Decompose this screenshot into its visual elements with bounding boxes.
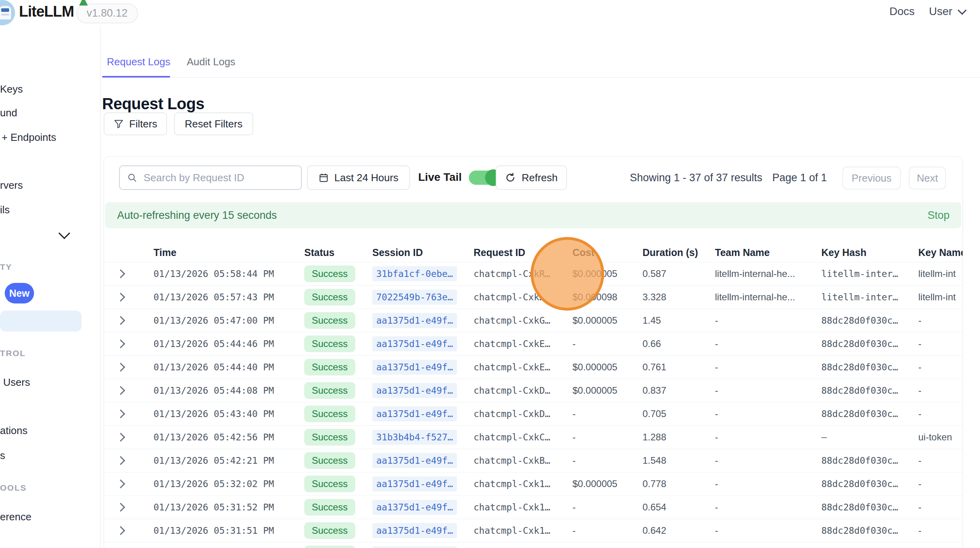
team-name-cell: -	[715, 356, 718, 379]
time-range-button[interactable]: Last 24 Hours	[307, 165, 410, 190]
sidebar-collapse-chevron-icon[interactable]	[59, 228, 70, 239]
sidebar-item-endpoints[interactable]: + Endpoints	[2, 131, 56, 144]
brand-title: LiteLLM	[19, 3, 74, 20]
time-cell: 01/13/2026 05:31:52 PM	[154, 496, 274, 519]
next-page-button[interactable]: Next	[909, 167, 946, 190]
key-name-cell: -	[918, 379, 921, 402]
tab-audit-logs[interactable]: Audit Logs	[187, 56, 235, 68]
new-badge: New	[5, 283, 34, 303]
filters-button[interactable]: Filters	[104, 112, 167, 135]
sidebar-item-guardrails[interactable]: ils	[0, 204, 10, 216]
tab-request-logs[interactable]: Request Logs	[107, 56, 170, 68]
expand-row-button[interactable]	[118, 496, 129, 519]
page-indicator: Page 1 of 1	[772, 172, 827, 184]
table-row: 01/13/2026 05:42:21 PM Success aa1375d1-…	[104, 449, 963, 472]
request-id-cell: chatcmpl-CxkE…	[474, 356, 550, 379]
docs-link[interactable]: Docs	[889, 5, 915, 18]
session-id-link[interactable]: aa1375d1-e49f…	[372, 546, 457, 548]
expand-row-button[interactable]	[118, 309, 129, 332]
page-title: Request Logs	[102, 95, 204, 113]
expand-row-button[interactable]	[118, 262, 129, 285]
session-id-link[interactable]: 31bfa1cf-0ebe…	[372, 266, 457, 281]
chevron-right-icon	[116, 293, 125, 302]
table-row: 01/13/2026 05:58:44 PM Success 31bfa1cf-…	[104, 262, 963, 285]
calendar-icon	[318, 173, 329, 183]
status-cell: Success	[304, 262, 355, 285]
search-box[interactable]	[119, 165, 302, 190]
session-id-cell[interactable]: 7022549b-763e…	[372, 286, 457, 309]
session-id-cell[interactable]: 31b3b4b4-f527…	[372, 426, 457, 449]
sidebar-item-reference[interactable]: erence	[0, 511, 32, 523]
col-session-id: Session ID	[372, 243, 423, 262]
session-id-cell[interactable]: aa1375d1-e49f…	[372, 542, 457, 548]
sidebar: Keys und + Endpoints rvers ils TY New TR…	[0, 25, 100, 548]
key-hash-cell: 88dc28d0f030c…	[821, 542, 898, 548]
session-id-link[interactable]: 7022549b-763e…	[372, 290, 457, 305]
refresh-button[interactable]: Refresh	[496, 165, 567, 190]
table-row: 01/13/2026 05:47:00 PM Success aa1375d1-…	[104, 309, 963, 332]
duration-cell: 3.328	[643, 286, 666, 309]
stop-auto-refresh-button[interactable]: Stop	[927, 209, 950, 222]
status-cell: Success	[304, 496, 355, 519]
session-id-cell[interactable]: aa1375d1-e49f…	[372, 472, 457, 495]
reset-filters-button[interactable]: Reset Filters	[174, 112, 253, 135]
duration-cell: 0.647	[643, 542, 666, 548]
session-id-link[interactable]: 31b3b4b4-f527…	[372, 430, 457, 445]
expand-row-button[interactable]	[118, 542, 129, 548]
sidebar-item-organizations[interactable]: ations	[0, 425, 27, 437]
session-id-cell[interactable]: aa1375d1-e49f…	[372, 332, 457, 355]
session-id-link[interactable]: aa1375d1-e49f…	[372, 313, 457, 328]
session-id-link[interactable]: aa1375d1-e49f…	[372, 383, 457, 398]
sidebar-item-logs-active[interactable]	[0, 311, 82, 332]
table-row: 01/13/2026 05:31:38 PM Success aa1375d1-…	[104, 542, 963, 548]
session-id-link[interactable]: aa1375d1-e49f…	[372, 406, 457, 421]
session-id-link[interactable]: aa1375d1-e49f…	[372, 476, 457, 491]
time-cell: 01/13/2026 05:43:40 PM	[154, 402, 274, 425]
status-badge: Success	[304, 546, 355, 548]
expand-row-button[interactable]	[118, 402, 129, 425]
expand-row-button[interactable]	[118, 472, 129, 495]
sidebar-item-keys[interactable]: Keys	[0, 83, 23, 95]
status-cell: Success	[304, 332, 355, 355]
sidebar-item-teams[interactable]: s	[0, 449, 5, 462]
chevron-right-icon	[116, 456, 125, 465]
expand-row-button[interactable]	[118, 519, 129, 542]
session-id-cell[interactable]: aa1375d1-e49f…	[372, 309, 457, 332]
expand-row-button[interactable]	[118, 286, 129, 309]
sidebar-section-observability: TY	[0, 262, 12, 272]
time-cell: 01/13/2026 05:47:00 PM	[154, 309, 274, 332]
session-id-link[interactable]: aa1375d1-e49f…	[372, 500, 457, 515]
session-id-cell[interactable]: 31bfa1cf-0ebe…	[372, 262, 457, 285]
session-id-cell[interactable]: aa1375d1-e49f…	[372, 402, 457, 425]
cost-cell: $0.000005	[572, 309, 617, 332]
session-id-link[interactable]: aa1375d1-e49f…	[372, 360, 457, 375]
expand-row-button[interactable]	[118, 379, 129, 402]
cost-cell: -	[572, 519, 576, 542]
previous-page-button[interactable]: Previous	[842, 167, 901, 190]
session-id-link[interactable]: aa1375d1-e49f…	[372, 336, 457, 351]
session-id-cell[interactable]: aa1375d1-e49f…	[372, 449, 457, 472]
key-name-cell: -	[918, 449, 921, 472]
expand-row-button[interactable]	[118, 356, 129, 379]
request-id-cell: chatcmpl-CxkE…	[474, 332, 550, 355]
session-id-cell[interactable]: aa1375d1-e49f…	[372, 519, 457, 542]
session-id-cell[interactable]: aa1375d1-e49f…	[372, 496, 457, 519]
status-cell: Success	[304, 379, 355, 402]
session-id-cell[interactable]: aa1375d1-e49f…	[372, 356, 457, 379]
sidebar-item-servers[interactable]: rvers	[0, 179, 23, 192]
duration-cell: 0.837	[643, 379, 666, 402]
expand-row-button[interactable]	[118, 332, 129, 355]
table-row: 01/13/2026 05:44:40 PM Success aa1375d1-…	[104, 355, 963, 379]
key-hash-cell: 88dc28d0f030c…	[821, 402, 898, 425]
session-id-link[interactable]: aa1375d1-e49f…	[372, 523, 457, 538]
user-menu[interactable]: User	[929, 5, 964, 18]
expand-row-button[interactable]	[118, 426, 129, 449]
session-id-link[interactable]: aa1375d1-e49f…	[372, 453, 457, 468]
sidebar-item-users[interactable]: Users	[3, 376, 30, 389]
sidebar-item-playground[interactable]: und	[0, 107, 17, 119]
session-id-cell[interactable]: aa1375d1-e49f…	[372, 379, 457, 402]
team-name-cell: -	[715, 472, 718, 495]
status-badge: Success	[304, 289, 355, 305]
search-input[interactable]	[143, 171, 294, 184]
expand-row-button[interactable]	[118, 449, 129, 472]
